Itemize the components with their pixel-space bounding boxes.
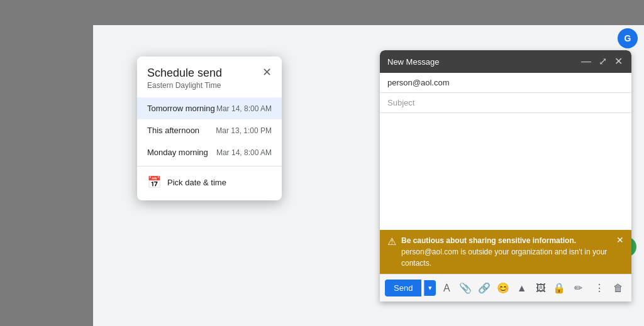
compose-body: person@aol.com Subject [380, 73, 631, 230]
schedule-title-section: Schedule send Eastern Daylight Time [147, 67, 222, 90]
lock-button[interactable]: 🔒 [552, 280, 568, 297]
avatar-top-right[interactable]: G [618, 28, 638, 48]
drive-button[interactable]: ▲ [514, 280, 530, 297]
warning-icon: ⚠ [387, 236, 396, 247]
schedule-divider [137, 166, 282, 166]
schedule-title: Schedule send [147, 67, 222, 80]
warning-bold: Be cautious about sharing sensitive info… [401, 236, 576, 245]
pick-label: Pick date & time [167, 178, 226, 187]
option-tomorrow-label: Tomorrow morning [147, 104, 215, 113]
option-monday-date: Mar 14, 8:00 AM [216, 148, 272, 157]
schedule-options: Tomorrow morning Mar 14, 8:00 AM This af… [137, 92, 282, 200]
schedule-dialog: Schedule send Eastern Daylight Time ✕ To… [137, 57, 282, 200]
close-compose-button[interactable]: ✕ [613, 57, 624, 67]
schedule-subtitle: Eastern Daylight Time [147, 81, 222, 90]
compose-content-area[interactable] [380, 113, 631, 230]
to-field[interactable]: person@aol.com [380, 73, 631, 93]
warning-close-button[interactable]: ✕ [616, 235, 624, 245]
photo-button[interactable]: 🖼 [533, 280, 549, 297]
link-button[interactable]: 🔗 [476, 280, 492, 297]
option-monday-label: Monday morning [147, 148, 208, 157]
schedule-option-afternoon[interactable]: This afternoon Mar 13, 1:00 PM [137, 119, 282, 141]
compose-toolbar: Send ▾ A 📎 🔗 😊 ▲ 🖼 🔒 ✏ ⋮ 🗑 [380, 274, 631, 302]
option-tomorrow-date: Mar 14, 8:00 AM [216, 104, 272, 113]
expand-button[interactable]: ⤢ [597, 57, 608, 67]
more-options-button[interactable]: ⋮ [591, 280, 608, 297]
dropdown-arrow-icon: ▾ [428, 284, 432, 292]
pick-date-time-option[interactable]: 📅 Pick date & time [137, 169, 282, 195]
warning-bar: ⚠ Be cautious about sharing sensitive in… [380, 230, 631, 274]
option-afternoon-label: This afternoon [147, 126, 199, 135]
to-value: person@aol.com [387, 78, 449, 87]
option-afternoon-date: Mar 13, 1:00 PM [216, 126, 272, 135]
subject-placeholder: Subject [387, 98, 414, 107]
subject-field[interactable]: Subject [380, 93, 631, 113]
warning-rest: person@aol.com is outside your organizat… [401, 247, 607, 268]
schedule-header: Schedule send Eastern Daylight Time ✕ [137, 57, 282, 92]
formatting-button[interactable]: A [438, 280, 455, 297]
calendar-icon: 📅 [147, 175, 161, 189]
signature-button[interactable]: ✏ [570, 280, 586, 297]
warning-text: Be cautious about sharing sensitive info… [401, 235, 611, 269]
attach-button[interactable]: 📎 [457, 280, 474, 297]
send-dropdown-button[interactable]: ▾ [424, 280, 436, 296]
compose-window: New Message — ⤢ ✕ person@aol.com Subject… [380, 50, 631, 302]
delete-button[interactable]: 🗑 [610, 280, 626, 297]
schedule-close-button[interactable]: ✕ [262, 65, 272, 79]
compose-title: New Message [387, 57, 439, 67]
emoji-button[interactable]: 😊 [495, 280, 511, 297]
schedule-option-monday[interactable]: Monday morning Mar 14, 8:00 AM [137, 141, 282, 163]
schedule-option-tomorrow[interactable]: Tomorrow morning Mar 14, 8:00 AM [137, 97, 282, 119]
minimize-button[interactable]: — [580, 57, 592, 67]
send-button[interactable]: Send [385, 280, 421, 296]
compose-header: New Message — ⤢ ✕ [380, 50, 631, 73]
compose-controls: — ⤢ ✕ [580, 57, 624, 67]
